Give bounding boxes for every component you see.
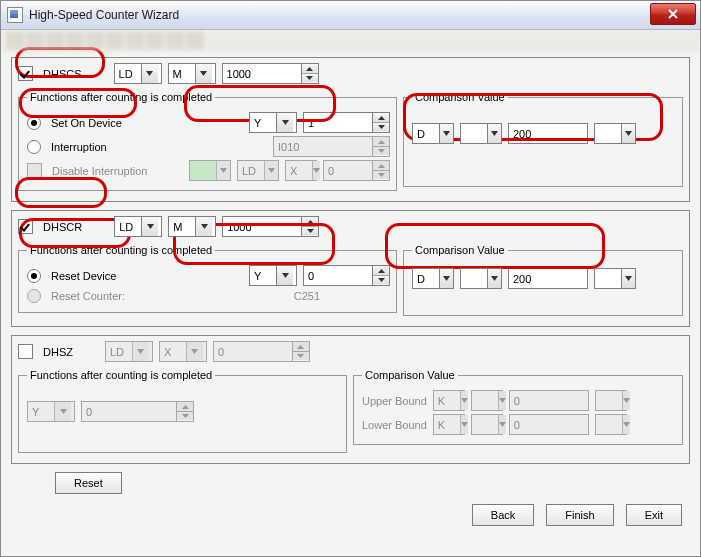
dhscs-compare-num-input[interactable]: 200 [508, 123, 588, 144]
dhsz-lower-trail-select [595, 414, 627, 435]
dhsz-lower-num-input: 0 [509, 414, 589, 435]
titlebar: High-Speed Counter Wizard [1, 1, 700, 30]
dhscs-seton-radio[interactable] [27, 116, 41, 130]
dhsz-functions-legend: Functions after counting is completed [27, 369, 215, 381]
dhscs-interrupt-radio[interactable] [27, 140, 41, 154]
dhscs-compare-dev-select[interactable]: D [412, 123, 454, 144]
dhscr-compare-num-input[interactable]: 200 [508, 268, 588, 289]
dhsz-compare-legend: Comparison Value [362, 369, 458, 381]
dhscr-resetcnt-radio [27, 289, 41, 303]
dhscs-functions-legend: Functions after counting is completed [27, 91, 215, 103]
dhscr-prefix1-select[interactable]: LD [114, 216, 162, 237]
spin-up-button[interactable] [302, 64, 318, 73]
dhscs-disable-num-spinner: 0 [323, 160, 390, 181]
finish-button[interactable]: Finish [546, 504, 613, 526]
chevron-down-icon [146, 71, 153, 76]
dhsz-lower-dev-select: K [433, 414, 465, 435]
dhscs-disable-p1-select: LD [237, 160, 279, 181]
app-icon [7, 7, 23, 23]
dhscs-label: DHSCS [43, 68, 82, 80]
dhsz-upper-dev-select: K [433, 390, 465, 411]
dhscs-compare-legend: Comparison Value [412, 91, 508, 103]
dhsz-out-num-spinner: 0 [81, 401, 194, 422]
dhsz-value-spinner: 0 [213, 341, 310, 362]
dhscs-group: DHSCS LD M 1000 Functions after counting… [11, 57, 690, 202]
dhscs-interrupt-spinner: I010 [273, 136, 390, 157]
dhscr-resetdev-label: Reset Device [51, 270, 116, 282]
dhsz-prefix1-select: LD [105, 341, 153, 362]
dhscs-prefix2-select[interactable]: M [168, 63, 216, 84]
dhscr-compare-mid-select[interactable] [460, 268, 502, 289]
dhscs-compare-group: Comparison Value D 200 [403, 91, 683, 187]
dhscr-compare-group: Comparison Value D 200 [403, 244, 683, 316]
dhscr-compare-trail-select[interactable] [594, 268, 636, 289]
dhsz-upper-label: Upper Bound [362, 395, 427, 407]
dhscr-compare-legend: Comparison Value [412, 244, 508, 256]
dhscs-value-spinner[interactable]: 1000 [222, 63, 319, 84]
dhscs-seton-label: Set On Device [51, 117, 122, 129]
dhscr-resetdev-num-spinner[interactable]: 0 [303, 265, 390, 286]
dhscs-disable-p2-select: X [285, 160, 317, 181]
back-button[interactable]: Back [472, 504, 534, 526]
dhsz-prefix2-select: X [159, 341, 207, 362]
dhsz-lower-label: Lower Bound [362, 419, 427, 431]
dhscs-prefix1-select[interactable]: LD [114, 63, 162, 84]
dhscs-compare-mid-select[interactable] [460, 123, 502, 144]
dhsz-lower-mid-select [471, 414, 503, 435]
close-icon [668, 9, 678, 19]
dhscr-functions-legend: Functions after counting is completed [27, 244, 215, 256]
dhscr-resetdev-radio[interactable] [27, 269, 41, 283]
dhscr-functions-group: Functions after counting is completed Re… [18, 244, 397, 313]
dhscs-seton-num-spinner[interactable]: 1 [303, 112, 390, 133]
dhscs-interrupt-label: Interruption [51, 141, 107, 153]
dhsz-upper-num-input: 0 [509, 390, 589, 411]
dhscr-value-spinner[interactable]: 1000 [222, 216, 319, 237]
dhsz-label: DHSZ [43, 346, 73, 358]
dhsz-functions-group: Functions after counting is completed Y … [18, 369, 347, 453]
dhscs-disable-int-label: Disable Interruption [52, 165, 147, 177]
dhsz-group: DHSZ LD X 0 Functions after counting is … [11, 335, 690, 464]
dhsz-compare-group: Comparison Value Upper Bound K 0 Lower B… [353, 369, 683, 445]
dhsz-upper-trail-select [595, 390, 627, 411]
toolbar-placeholder [1, 30, 700, 51]
window-title: High-Speed Counter Wizard [29, 8, 179, 22]
dhsz-upper-mid-select [471, 390, 503, 411]
dhscs-functions-group: Functions after counting is completed Se… [18, 91, 397, 191]
dhscr-label: DHSCR [43, 221, 82, 233]
dhscs-checkbox[interactable] [18, 66, 33, 81]
dhscs-disable-dev-select [189, 160, 231, 181]
dhscr-resetdev-select[interactable]: Y [249, 265, 297, 286]
reset-button[interactable]: Reset [55, 472, 122, 494]
dhscr-compare-dev-select[interactable]: D [412, 268, 454, 289]
dhscr-checkbox[interactable] [18, 219, 33, 234]
dhscr-group: DHSCR LD M 1000 Functions after counting… [11, 210, 690, 327]
dhscs-compare-trail-select[interactable] [594, 123, 636, 144]
exit-button[interactable]: Exit [626, 504, 682, 526]
dhscs-seton-dev-select[interactable]: Y [249, 112, 297, 133]
dhscr-prefix2-select[interactable]: M [168, 216, 216, 237]
dhscr-resetcnt-label: Reset Counter: [51, 290, 125, 302]
dhsz-out-dev-select: Y [27, 401, 75, 422]
dhscr-resetcnt-value: C251 [294, 290, 320, 302]
dhsz-checkbox[interactable] [18, 344, 33, 359]
close-button[interactable] [650, 3, 696, 25]
spin-down-button[interactable] [302, 73, 318, 82]
dhscs-disable-int-checkbox [27, 163, 42, 178]
